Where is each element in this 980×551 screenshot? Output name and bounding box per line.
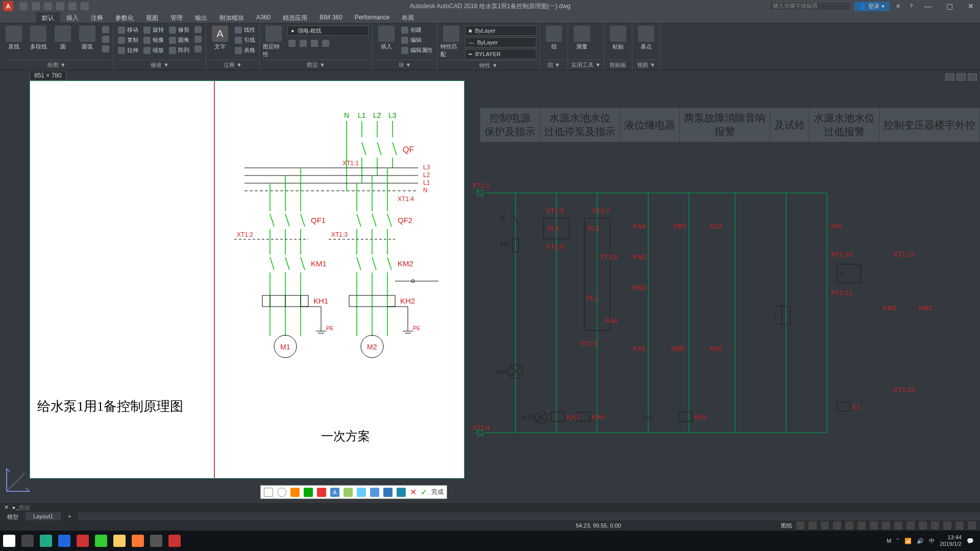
vp-min-icon[interactable]: [945, 73, 954, 81]
tab-output[interactable]: 输出: [189, 12, 213, 23]
mirror-button[interactable]: 镜像: [142, 36, 165, 44]
layer-dropdown[interactable]: ● 强电-粗线: [287, 26, 369, 36]
tab-featured[interactable]: 精选应用: [277, 12, 313, 23]
tab-layout[interactable]: 布局: [396, 12, 420, 23]
sb-ortho-icon[interactable]: [821, 521, 829, 530]
tab-addons[interactable]: 附加模块: [213, 12, 250, 23]
extra3-icon[interactable]: [193, 45, 203, 53]
trim-button[interactable]: 修剪: [168, 26, 190, 34]
array-button[interactable]: 阵列: [168, 46, 190, 55]
sb-polar-icon[interactable]: [833, 521, 841, 530]
tray-m-icon[interactable]: M: [887, 538, 891, 544]
measure-button[interactable]: 测量: [571, 26, 593, 51]
snip-text-icon[interactable]: A: [330, 488, 339, 497]
app-logo-icon[interactable]: A: [3, 1, 13, 11]
tab-insert[interactable]: 插入: [60, 12, 85, 23]
snip-rect-icon[interactable]: [264, 488, 273, 497]
qat-plot-icon[interactable]: [81, 2, 89, 10]
status-mode[interactable]: 图纸: [781, 522, 792, 530]
snip-undo-icon[interactable]: [344, 488, 353, 497]
tab-manage[interactable]: 管理: [164, 12, 189, 23]
qat-new-icon[interactable]: [19, 2, 28, 10]
spline-icon[interactable]: [101, 35, 110, 43]
autocad-icon[interactable]: [74, 532, 92, 550]
snip-selection[interactable]: N L1 L2 L3 QF XT1:1 L3: [30, 81, 464, 479]
tray-ime[interactable]: 中: [929, 537, 935, 545]
layerprops-button[interactable]: 图层特性: [263, 26, 284, 58]
paste-button[interactable]: 粘贴: [607, 26, 629, 51]
snip-share-icon[interactable]: [370, 488, 379, 497]
stretch-button[interactable]: 拉伸: [117, 46, 139, 55]
vp-close-icon[interactable]: [968, 73, 977, 81]
snip-cancel-icon[interactable]: ✕: [410, 487, 416, 497]
text-button[interactable]: A文字: [209, 26, 231, 51]
app4-icon[interactable]: [129, 532, 147, 550]
search-input[interactable]: 键入关键字或短语: [769, 2, 851, 11]
sb-osnap-icon[interactable]: [845, 521, 853, 530]
hatch-icon[interactable]: [101, 45, 110, 53]
tab-a360[interactable]: A360: [250, 12, 277, 23]
minimize-button[interactable]: —: [919, 0, 937, 12]
qat-redo-icon[interactable]: [68, 2, 77, 10]
move-button[interactable]: 移动: [117, 26, 139, 34]
clock[interactable]: 13:442019/1/2: [940, 534, 962, 547]
circle-button[interactable]: 圆: [52, 26, 74, 51]
autocad2-icon[interactable]: [165, 532, 184, 550]
insert-button[interactable]: 插入: [376, 26, 397, 51]
linear-button[interactable]: 线性: [234, 26, 256, 34]
tray-net-icon[interactable]: 📶: [904, 538, 912, 544]
command-input[interactable]: [19, 505, 786, 511]
snip-done-label[interactable]: 完成: [431, 488, 444, 496]
tab-default[interactable]: 默认: [36, 12, 60, 23]
linetype-dropdown[interactable]: — ByLayer: [465, 37, 536, 47]
tab-bim360[interactable]: BIM 360: [313, 12, 349, 23]
editattr-button[interactable]: 编辑属性: [400, 46, 434, 55]
lineweight-dropdown[interactable]: ━ BYLAYER: [465, 49, 536, 59]
app5-icon[interactable]: [147, 532, 165, 550]
sb-anno-icon[interactable]: [919, 521, 927, 530]
sb-custom-icon[interactable]: [968, 521, 976, 530]
command-line[interactable]: ✕ ▸_: [0, 502, 980, 512]
table-button[interactable]: 表格: [234, 46, 256, 55]
drawing-canvas[interactable]: 851 × 780 N L1 L2 L3 QF XT1:1: [0, 70, 980, 502]
layer-opt4[interactable]: [321, 39, 330, 47]
vp-max-icon[interactable]: [957, 73, 966, 81]
sb-sc-icon[interactable]: [906, 521, 915, 530]
snip-brush-icon[interactable]: [304, 488, 313, 497]
copy-button[interactable]: 复制: [117, 36, 139, 44]
tray-up-icon[interactable]: ˄: [896, 538, 899, 544]
extra1-icon[interactable]: [193, 26, 203, 34]
line-button[interactable]: 直线: [3, 26, 24, 51]
taskview-icon[interactable]: [18, 532, 37, 550]
start-button[interactable]: [0, 532, 18, 550]
sb-qp-icon[interactable]: [894, 521, 902, 530]
snip-more-icon[interactable]: [397, 488, 406, 497]
help-icon[interactable]: ?: [906, 3, 916, 9]
browser-icon[interactable]: [37, 532, 55, 550]
folder-icon[interactable]: [110, 532, 129, 550]
edit-button[interactable]: 编辑: [400, 36, 434, 44]
tab-annotate[interactable]: 注释: [85, 12, 109, 23]
create-button[interactable]: 创建: [400, 26, 434, 34]
tab-param[interactable]: 参数化: [109, 12, 140, 23]
scale-button[interactable]: 缩放: [142, 46, 165, 55]
wechat-icon[interactable]: [92, 532, 110, 550]
leader-button[interactable]: 引线: [234, 36, 256, 44]
rotate-button[interactable]: 旋转: [142, 26, 165, 34]
sb-ws-icon[interactable]: [931, 521, 939, 530]
polyline-button[interactable]: 多段线: [28, 26, 49, 51]
sb-lwt-icon[interactable]: [870, 521, 878, 530]
color-dropdown[interactable]: ■ ByLayer: [465, 26, 536, 36]
tab-view[interactable]: 视图: [140, 12, 164, 23]
qat-save-icon[interactable]: [44, 2, 52, 10]
exchange-icon[interactable]: ✕: [893, 3, 903, 10]
tray-notif-icon[interactable]: 💬: [967, 538, 974, 544]
group-button[interactable]: 组: [543, 26, 565, 51]
snip-arrow-icon[interactable]: [290, 488, 300, 497]
matchprops-button[interactable]: 特性匹配: [440, 26, 462, 58]
rect-icon[interactable]: [101, 26, 110, 34]
cmd-close-icon[interactable]: ✕: [4, 504, 9, 511]
sb-iso-icon[interactable]: [943, 521, 951, 530]
snip-ok-icon[interactable]: ✓: [421, 487, 427, 497]
sb-snap-icon[interactable]: [808, 521, 817, 530]
